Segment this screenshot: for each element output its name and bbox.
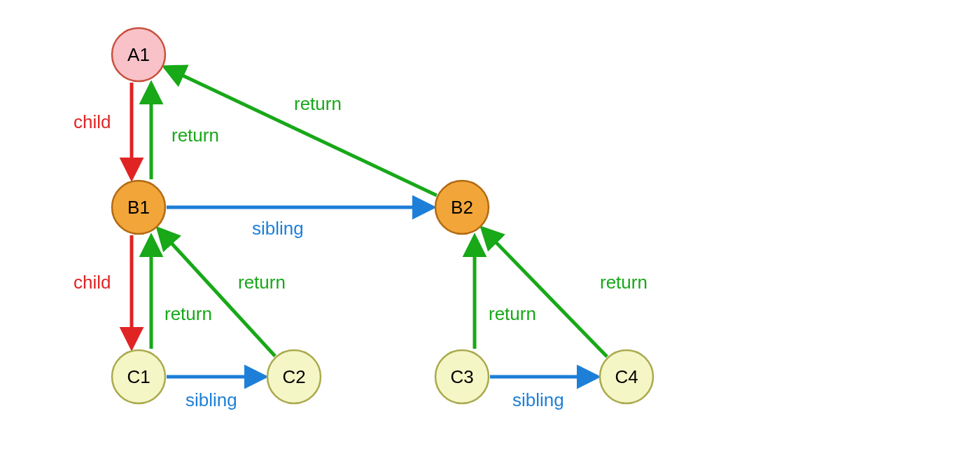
node-label: C3 (450, 366, 473, 387)
node-B2: B2 (435, 181, 489, 234)
node-C2: C2 (267, 350, 321, 403)
node-A1: A1 (112, 28, 165, 81)
node-label: B1 (127, 197, 150, 218)
edge-return-C4-B2 (482, 228, 607, 356)
edge-label-return: return (164, 303, 212, 324)
edge-label-child: child (74, 111, 111, 132)
node-label: C2 (282, 366, 305, 387)
edge-label-return: return (600, 272, 648, 293)
node-label: C1 (127, 366, 150, 387)
edge-label-return: return (238, 272, 286, 293)
edge-label-sibling: sibling (252, 218, 304, 239)
nodes-layer: A1B1B2C1C2C3C4 (112, 28, 653, 403)
node-C3: C3 (435, 350, 489, 403)
fiber-tree-diagram: A1B1B2C1C2C3C4 childchildreturnreturnret… (0, 0, 980, 451)
edge-label-child: child (74, 272, 111, 293)
edge-label-return: return (489, 303, 536, 324)
node-C1: C1 (112, 350, 165, 403)
edges-layer (132, 67, 607, 377)
node-label: A1 (127, 44, 150, 65)
node-C4: C4 (600, 350, 653, 403)
node-label: C4 (615, 366, 638, 387)
edge-label-return: return (172, 125, 219, 146)
edge-label-return: return (294, 93, 342, 114)
edge-label-sibling: sibling (186, 389, 237, 410)
edge-label-sibling: sibling (512, 389, 564, 410)
node-label: B2 (451, 197, 473, 218)
node-B1: B1 (112, 181, 165, 234)
